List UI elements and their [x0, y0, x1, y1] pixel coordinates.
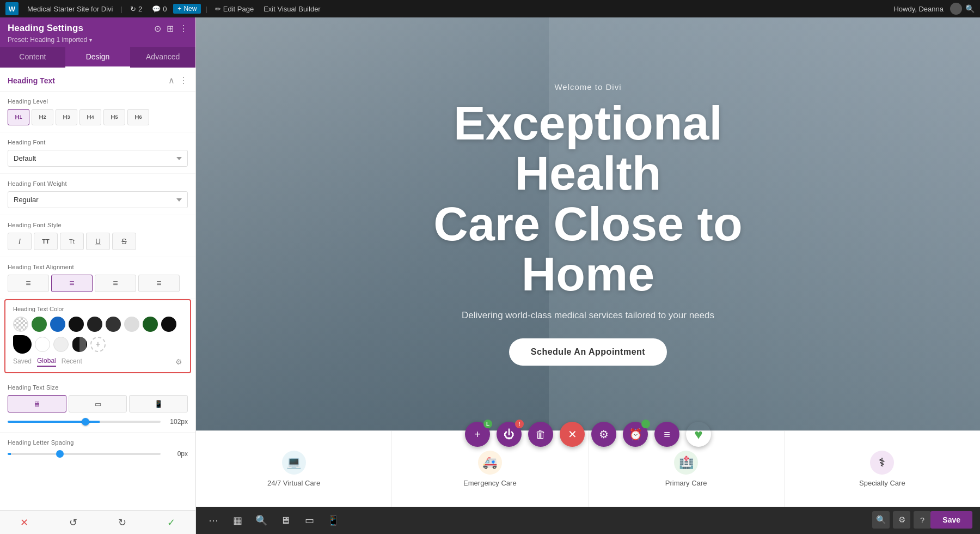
letter-spacing-slider[interactable] [8, 453, 161, 455]
fab-heart-icon: ♥ [694, 426, 702, 443]
size-slider[interactable] [8, 421, 161, 423]
main-layout: Heading Settings ⊙ ⊞ ⋮ Preset: Heading 1… [0, 17, 980, 534]
recent-tab[interactable]: Recent [62, 357, 82, 366]
capitalize-button[interactable]: Tt [60, 233, 84, 250]
hero-title: Exceptional Health Care Close to Home [376, 98, 800, 300]
panel-header: Heading Settings ⊙ ⊞ ⋮ Preset: Heading 1… [0, 17, 195, 47]
color-swatch-medium-gray[interactable] [53, 337, 69, 352]
builder-dots-button[interactable]: ⋯ [204, 511, 223, 530]
color-swatch-near-black[interactable] [161, 317, 176, 332]
redo-button[interactable]: ↻ [112, 513, 132, 532]
align-left-button[interactable]: ≡ [8, 275, 49, 292]
wp-logo-icon[interactable]: W [5, 2, 19, 15]
edit-page-item[interactable]: ✏ Edit Page [212, 5, 257, 13]
panel-settings-icon[interactable]: ⊙ [154, 23, 161, 34]
heading-font-weight-select[interactable]: Regular [8, 191, 188, 208]
uppercase-button[interactable]: TT [34, 233, 58, 250]
tab-content[interactable]: Content [0, 47, 65, 68]
fab-close-icon: ✕ [568, 428, 577, 441]
color-gear-icon[interactable]: ⚙ [175, 357, 182, 366]
site-name[interactable]: Medical Starter Site for Divi [24, 5, 117, 13]
color-swatch-dark-gray[interactable] [106, 317, 121, 332]
h5-button[interactable]: H5 [103, 109, 125, 125]
builder-grid-button[interactable]: ▦ [228, 511, 247, 530]
save-button[interactable]: Save [930, 511, 972, 529]
underline-button[interactable]: U [86, 233, 110, 250]
align-right-button[interactable]: ≡ [95, 275, 136, 292]
builder-desktop-button[interactable]: 🖥 [275, 511, 295, 530]
preview-settings-button[interactable]: ⚙ [893, 511, 910, 529]
strikethrough-button[interactable]: S [112, 233, 136, 250]
global-tab[interactable]: Global [37, 357, 56, 367]
color-swatch-forest[interactable] [143, 317, 158, 332]
transparent-swatch[interactable] [13, 317, 28, 332]
panel-tabs: Content Design Advanced [0, 47, 195, 68]
h3-button[interactable]: H3 [56, 109, 77, 125]
fab-menu-button[interactable]: ≡ [654, 422, 679, 447]
preset-chevron-icon: ▾ [89, 37, 92, 43]
fab-settings-button[interactable]: ⚙ [591, 422, 616, 447]
comments-item[interactable]: 💬 0 [149, 5, 170, 13]
fab-add-button[interactable]: + L [465, 422, 490, 447]
mobile-device-button[interactable]: 📱 [129, 395, 188, 412]
cta-button[interactable]: Schedule An Appointment [509, 338, 667, 366]
panel-preset[interactable]: Preset: Heading 1 imported ▾ [8, 36, 188, 44]
color-swatch-black2[interactable] [87, 317, 102, 332]
align-center-button[interactable]: ≡ [51, 275, 93, 292]
color-swatch-black3[interactable] [13, 335, 32, 354]
preview-help-button[interactable]: ? [914, 511, 931, 529]
align-justify-button[interactable]: ≡ [138, 275, 180, 292]
color-swatch-light-gray[interactable] [124, 317, 139, 332]
color-swatch-black1[interactable] [69, 317, 84, 332]
heading-letter-spacing-label: Heading Letter Spacing [8, 439, 188, 446]
card-1-label: 24/7 Virtual Care [267, 479, 320, 487]
panel-header-icons: ⊙ ⊞ ⋮ [154, 23, 188, 34]
color-tabs: Saved Global Recent ⚙ [13, 357, 182, 367]
color-swatch-blue[interactable] [50, 317, 65, 332]
color-add-button[interactable]: + [90, 337, 106, 352]
fab-add-icon: + [474, 428, 481, 441]
tablet-device-button[interactable]: ▭ [69, 395, 127, 412]
h6-button[interactable]: H6 [127, 109, 149, 125]
refresh-item[interactable]: ↻ 2 [127, 5, 145, 13]
h1-button[interactable]: H1 [8, 109, 29, 125]
builder-mobile-button[interactable]: 📱 [323, 511, 343, 530]
builder-search-button[interactable]: 🔍 [252, 511, 271, 530]
saved-tab[interactable]: Saved [13, 357, 32, 366]
builder-tablet-button[interactable]: ▭ [299, 511, 319, 530]
desktop-device-button[interactable]: 🖥 [8, 395, 66, 412]
fab-power-icon: ⏻ [504, 428, 514, 441]
panel-columns-icon[interactable]: ⊞ [167, 23, 174, 34]
tab-design[interactable]: Design [65, 47, 131, 68]
preview-search-button[interactable]: 🔍 [872, 511, 890, 529]
howdy-text: Howdy, Deanna [893, 5, 944, 13]
fab-clock-button[interactable]: ⏰ [623, 422, 648, 447]
color-swatch-dark-half[interactable] [72, 337, 87, 352]
undo-button[interactable]: ↺ [64, 513, 83, 532]
letter-spacing-slider-row: 0px [8, 450, 188, 458]
fab-close-button[interactable]: ✕ [560, 422, 585, 447]
admin-search-icon[interactable]: 🔍 [965, 4, 975, 13]
section-collapse-icon[interactable]: ∧ [168, 75, 175, 86]
heading-font-select[interactable]: Default [8, 150, 188, 167]
confirm-button[interactable]: ✓ [161, 513, 181, 532]
heading-level-label: Heading Level [8, 98, 188, 105]
cancel-button[interactable]: ✕ [15, 513, 34, 532]
italic-button[interactable]: I [8, 233, 32, 250]
color-swatch-green-dark[interactable] [32, 317, 47, 332]
tab-advanced[interactable]: Advanced [130, 47, 195, 68]
fab-trash-button[interactable]: 🗑 [528, 422, 553, 447]
panel-more-icon[interactable]: ⋮ [179, 23, 188, 34]
user-avatar[interactable] [950, 3, 962, 15]
new-item[interactable]: + New [173, 4, 201, 14]
fab-power-button[interactable]: ⏻ ! [497, 422, 522, 447]
exit-builder-item[interactable]: Exit Visual Builder [260, 5, 324, 13]
section-more-icon[interactable]: ⋮ [179, 75, 188, 86]
color-swatch-white[interactable] [35, 337, 50, 352]
fab-heart-button[interactable]: ♥ [686, 422, 711, 447]
card-4-label: Specialty Care [859, 479, 905, 487]
panel-header-top: Heading Settings ⊙ ⊞ ⋮ [8, 23, 188, 34]
builder-toolbar: ⋯ ▦ 🔍 🖥 ▭ 📱 [196, 507, 980, 534]
h4-button[interactable]: H4 [79, 109, 101, 125]
h2-button[interactable]: H2 [32, 109, 53, 125]
